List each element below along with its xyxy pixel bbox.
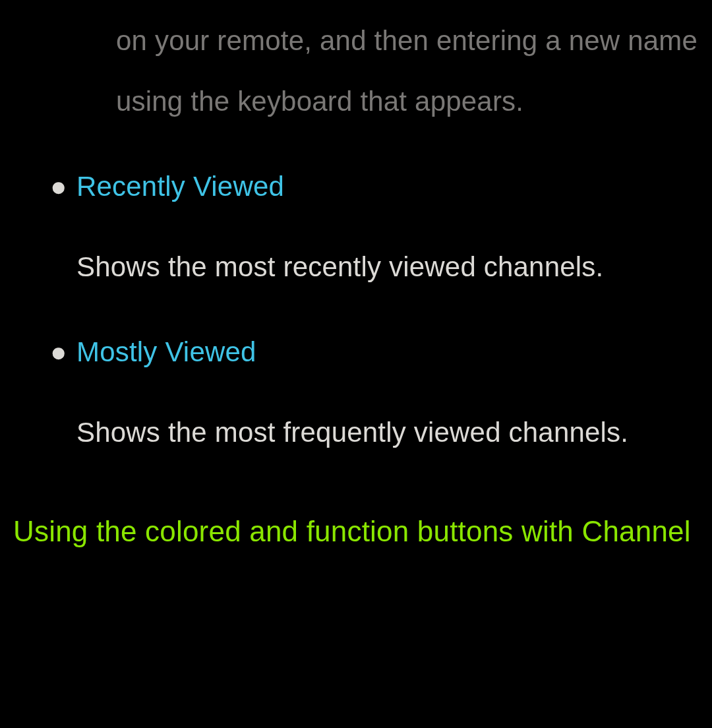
list-item: ● Recently Viewed Shows the most recentl…: [13, 167, 699, 297]
list-item-header: ● Recently Viewed: [13, 167, 699, 206]
item-description: Shows the most recently viewed channels.: [76, 237, 699, 297]
item-description: Shows the most frequently viewed channel…: [76, 402, 699, 463]
bullet-icon: ●: [13, 167, 76, 206]
trailing-paragraph: on your remote, and then entering a new …: [116, 11, 699, 132]
feature-list: ● Recently Viewed Shows the most recentl…: [13, 167, 699, 463]
list-item: ● Mostly Viewed Shows the most frequentl…: [13, 333, 699, 463]
section-heading: Using the colored and function buttons w…: [13, 498, 699, 564]
list-item-header: ● Mostly Viewed: [13, 333, 699, 372]
help-page: on your remote, and then entering a new …: [0, 11, 712, 565]
item-title-recently-viewed: Recently Viewed: [76, 167, 284, 206]
bullet-icon: ●: [13, 333, 76, 372]
item-title-mostly-viewed: Mostly Viewed: [76, 333, 256, 372]
